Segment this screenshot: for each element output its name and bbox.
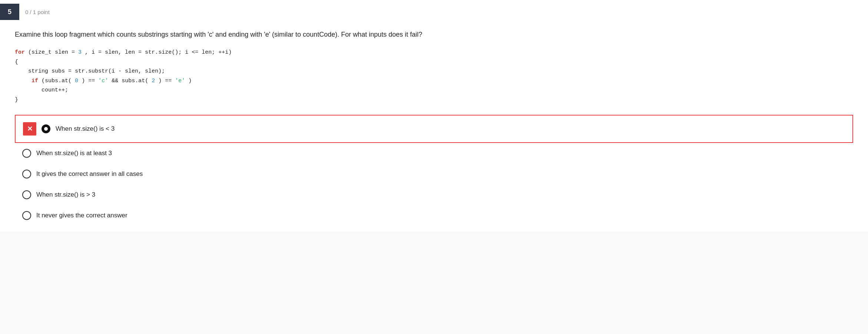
question-points: 0 / 1 point: [25, 9, 50, 15]
code-line-5: count++;: [15, 86, 853, 95]
code-line-6: }: [15, 95, 853, 105]
question-text: Examine this loop fragment which counts …: [15, 30, 853, 40]
option-label-4: When str.size() is > 3: [36, 191, 95, 198]
option-label-1: When str.size() is < 3: [56, 125, 115, 133]
radio-button-2[interactable]: [22, 149, 31, 158]
code-line-4: if (subs.at( 0 ) == 'c' && subs.at( 2 ) …: [15, 76, 853, 86]
question-header: 5 0 / 1 point: [0, 0, 868, 24]
code-string-c: 'c': [98, 78, 108, 84]
code-number-3: 3: [78, 49, 82, 56]
radio-button-1[interactable]: [42, 124, 50, 133]
code-number-2: 2: [152, 78, 155, 84]
options-list: ✕ When str.size() is < 3 When str.size()…: [15, 115, 853, 226]
question-container: 5 0 / 1 point Examine this loop fragment…: [0, 0, 868, 232]
question-number-badge: 5: [0, 4, 19, 20]
question-number: 5: [8, 8, 11, 16]
question-body: Examine this loop fragment which counts …: [0, 24, 868, 232]
code-keyword-if: if: [32, 78, 38, 84]
option-label-2: When str.size() is at least 3: [36, 150, 112, 157]
radio-button-4[interactable]: [22, 190, 31, 199]
code-block: for (size_t slen = 3 , i = slen, len = s…: [15, 48, 853, 104]
code-line-2: {: [15, 57, 853, 67]
option-item-2[interactable]: When str.size() is at least 3: [15, 143, 853, 164]
code-line-3: string subs = str.substr(i - slen, slen)…: [15, 67, 853, 76]
code-string-e: 'e': [175, 78, 185, 84]
code-line-1: for (size_t slen = 3 , i = slen, len = s…: [15, 48, 853, 57]
option-label-3: It gives the correct answer in all cases: [36, 170, 143, 178]
radio-button-5[interactable]: [22, 211, 31, 220]
option-item-1[interactable]: ✕ When str.size() is < 3: [15, 115, 853, 143]
radio-button-3[interactable]: [22, 170, 31, 178]
code-number-0: 0: [75, 78, 78, 84]
option-item-5[interactable]: It never gives the correct answer: [15, 205, 853, 226]
option-item-3[interactable]: It gives the correct answer in all cases: [15, 164, 853, 184]
option-label-5: It never gives the correct answer: [36, 212, 127, 219]
incorrect-x-icon: ✕: [23, 122, 36, 136]
option-item-4[interactable]: When str.size() is > 3: [15, 184, 853, 205]
code-keyword-for: for: [15, 49, 25, 56]
